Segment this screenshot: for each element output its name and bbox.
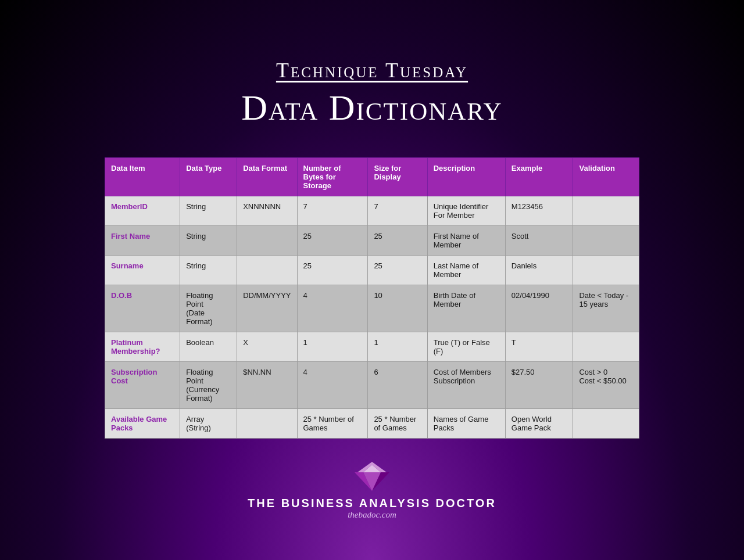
table-row: D.O.BFloating Point(Date Format)DD/MM/YY… xyxy=(105,285,639,332)
table-cell xyxy=(573,226,639,256)
table-cell: First Name xyxy=(105,226,180,256)
table-cell: Boolean xyxy=(180,332,237,362)
col-header-data-format: Data Format xyxy=(237,158,297,196)
header-section: Technique Tuesday Data Dictionary xyxy=(241,58,502,128)
table-cell: DD/MM/YYYY xyxy=(237,285,297,332)
table-cell: 25 xyxy=(368,226,427,256)
table-cell: Floating Point(Date Format) xyxy=(180,285,237,332)
table-cell: $NN.NN xyxy=(237,362,297,409)
table-cell: 25 xyxy=(297,226,368,256)
table-cell xyxy=(573,256,639,285)
table-cell: 25 xyxy=(368,256,427,285)
table-cell: Cost > 0Cost < $50.00 xyxy=(573,362,639,409)
table-cell: Unique Identifier For Member xyxy=(427,196,505,226)
table-cell: String xyxy=(180,256,237,285)
col-header-data-item: Data Item xyxy=(105,158,180,196)
table-row: Platinum Membership?BooleanX11True (T) o… xyxy=(105,332,639,362)
brand-url: thebadoc.com xyxy=(348,510,396,520)
table-cell: Open World Game Pack xyxy=(505,409,573,439)
brand-name: The Business Analysis Doctor xyxy=(248,497,496,510)
table-cell: Scott xyxy=(505,226,573,256)
table-cell: D.O.B xyxy=(105,285,180,332)
table-cell: String xyxy=(180,226,237,256)
table-cell: 7 xyxy=(297,196,368,226)
table-cell: First Name of Member xyxy=(427,226,505,256)
table-container: Data Item Data Type Data Format Number o… xyxy=(105,157,639,439)
table-cell: Floating Point(Currency Format) xyxy=(180,362,237,409)
table-cell: Birth Date of Member xyxy=(427,285,505,332)
table-row: Available Game PacksArray(String)25 * Nu… xyxy=(105,409,639,439)
table-cell: String xyxy=(180,196,237,226)
table-cell: True (T) or False (F) xyxy=(427,332,505,362)
table-cell: 1 xyxy=(297,332,368,362)
col-header-size: Size for Display xyxy=(368,158,427,196)
table-cell: XNNNNNN xyxy=(237,196,297,226)
col-header-data-type: Data Type xyxy=(180,158,237,196)
table-cell: Subscription Cost xyxy=(105,362,180,409)
table-cell: 7 xyxy=(368,196,427,226)
table-cell: 4 xyxy=(297,362,368,409)
table-cell: 25 xyxy=(297,256,368,285)
table-cell: MemberID xyxy=(105,196,180,226)
table-row: Subscription CostFloating Point(Currency… xyxy=(105,362,639,409)
table-row: SurnameString2525Last Name of MemberDani… xyxy=(105,256,639,285)
col-header-description: Description xyxy=(427,158,505,196)
table-cell: Cost of Members Subscription xyxy=(427,362,505,409)
table-row: MemberIDStringXNNNNNN77Unique Identifier… xyxy=(105,196,639,226)
table-cell: 6 xyxy=(368,362,427,409)
table-cell: T xyxy=(505,332,573,362)
table-header-row: Data Item Data Type Data Format Number o… xyxy=(105,158,639,196)
table-cell: 02/04/1990 xyxy=(505,285,573,332)
table-cell xyxy=(573,332,639,362)
table-cell: 1 xyxy=(368,332,427,362)
table-cell: Last Name of Member xyxy=(427,256,505,285)
table-cell: 10 xyxy=(368,285,427,332)
table-cell: 4 xyxy=(297,285,368,332)
table-cell: Names of Game Packs xyxy=(427,409,505,439)
data-dictionary-title: Data Dictionary xyxy=(241,87,502,128)
col-header-validation: Validation xyxy=(573,158,639,196)
table-row: First NameString2525First Name of Member… xyxy=(105,226,639,256)
diamond-icon xyxy=(355,462,389,491)
table-cell: Date < Today - 15 years xyxy=(573,285,639,332)
table-cell xyxy=(237,409,297,439)
table-cell: $27.50 xyxy=(505,362,573,409)
table-cell xyxy=(237,226,297,256)
table-cell: 25 * Number of Games xyxy=(368,409,427,439)
table-cell: X xyxy=(237,332,297,362)
col-header-example: Example xyxy=(505,158,573,196)
table-cell: Platinum Membership? xyxy=(105,332,180,362)
table-cell: 25 * Number of Games xyxy=(297,409,368,439)
col-header-bytes: Number of Bytes for Storage xyxy=(297,158,368,196)
table-cell xyxy=(237,256,297,285)
table-cell xyxy=(573,409,639,439)
table-cell: Array(String) xyxy=(180,409,237,439)
technique-tuesday-title: Technique Tuesday xyxy=(241,58,502,82)
table-cell: Surname xyxy=(105,256,180,285)
table-cell: Daniels xyxy=(505,256,573,285)
table-cell: Available Game Packs xyxy=(105,409,180,439)
table-cell: M123456 xyxy=(505,196,573,226)
data-dictionary-table: Data Item Data Type Data Format Number o… xyxy=(105,157,639,439)
table-cell xyxy=(573,196,639,226)
footer-section: The Business Analysis Doctor thebadoc.co… xyxy=(248,462,496,520)
